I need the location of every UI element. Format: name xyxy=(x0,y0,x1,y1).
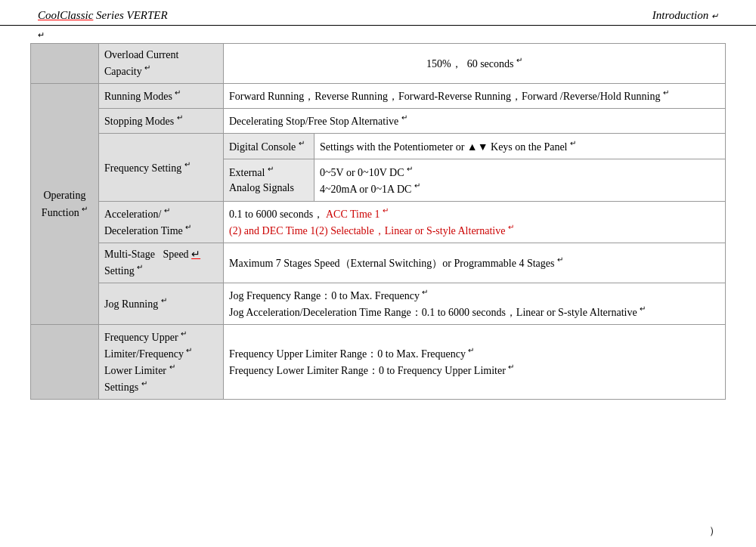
freq-sub-value-external: 0~5V or 0~10V DC ↵ 4~20mA or 0~1A DC ↵ xyxy=(314,159,726,202)
page-header: CoolClassic Series VERTER Introduction ↵ xyxy=(0,0,756,26)
header-title: Introduction xyxy=(652,9,708,21)
value-cell-jog: Jog Frequency Range：0 to Max. Frequency … xyxy=(224,283,726,325)
freq-sub-label-external: External ↵Analog Signals xyxy=(224,159,314,202)
main-table-wrapper: Overload Current Capacity ↵ 150%， 60 sec… xyxy=(0,43,756,400)
table-row: Multi-Stage Speed ↵ Setting ↵ Maximum 7 … xyxy=(31,243,726,283)
feature-cell-multistage: Multi-Stage Speed ↵ Setting ↵ xyxy=(99,243,224,283)
feature-cell-running: Running Modes ↵ xyxy=(99,84,224,109)
header-left: CoolClassic Series VERTER xyxy=(38,9,168,22)
feature-cell-accel: Acceleration/ ↵Deceleration Time ↵ xyxy=(99,202,224,243)
category-cell-operating: OperatingFunction ↵ xyxy=(31,84,99,325)
page-container: CoolClassic Series VERTER Introduction ↵… xyxy=(0,0,756,547)
freq-sub-label-digital: Digital Console ↵ xyxy=(224,134,314,159)
header-arrow: ↵ xyxy=(711,11,718,20)
brand-name: CoolClassic xyxy=(38,9,93,21)
header-series: Series VERTER xyxy=(96,9,168,21)
category-cell-overload xyxy=(31,44,99,84)
table-row: Stopping Modes ↵ Decelerating Stop/Free … xyxy=(31,109,726,134)
value-cell-limiter: Frequency Upper Limiter Range：0 to Max. … xyxy=(224,325,726,400)
table-row: Acceleration/ ↵Deceleration Time ↵ 0.1 t… xyxy=(31,202,726,243)
feature-cell-stopping: Stopping Modes ↵ xyxy=(99,109,224,134)
specs-table: Overload Current Capacity ↵ 150%， 60 sec… xyxy=(30,43,726,400)
bottom-mark: ） xyxy=(709,524,720,538)
table-row: Frequency Setting ↵ Digital Console ↵ Se… xyxy=(31,134,726,159)
value-cell-accel: 0.1 to 6000 seconds， ACC Time 1 ↵ (2) an… xyxy=(224,202,726,243)
value-cell-running: Forward Running，Reverse Running，Forward-… xyxy=(224,84,726,109)
para-mark-top: ↵ xyxy=(0,30,756,40)
value-cell-overload: 150%， 60 seconds ↵ xyxy=(224,44,726,84)
freq-sub-value-digital: Settings with the Potentiometer or ▲▼ Ke… xyxy=(314,134,726,159)
header-right: Introduction ↵ xyxy=(652,9,718,22)
feature-cell-overload: Overload Current Capacity ↵ xyxy=(99,44,224,84)
value-cell-stopping: Decelerating Stop/Free Stop Alternative … xyxy=(224,109,726,134)
table-row: Jog Running ↵ Jog Frequency Range：0 to M… xyxy=(31,283,726,325)
table-row: OperatingFunction ↵ Running Modes ↵ Forw… xyxy=(31,84,726,109)
table-row: Frequency Upper ↵ Limiter/Frequency ↵ Lo… xyxy=(31,325,726,400)
feature-cell-frequency: Frequency Setting ↵ xyxy=(99,134,224,202)
feature-cell-jog: Jog Running ↵ xyxy=(99,283,224,325)
feature-cell-limiter: Frequency Upper ↵ Limiter/Frequency ↵ Lo… xyxy=(99,325,224,400)
table-row: Overload Current Capacity ↵ 150%， 60 sec… xyxy=(31,44,726,84)
value-cell-multistage: Maximum 7 Stages Speed（External Switchin… xyxy=(224,243,726,283)
category-cell-limiter xyxy=(31,325,99,400)
